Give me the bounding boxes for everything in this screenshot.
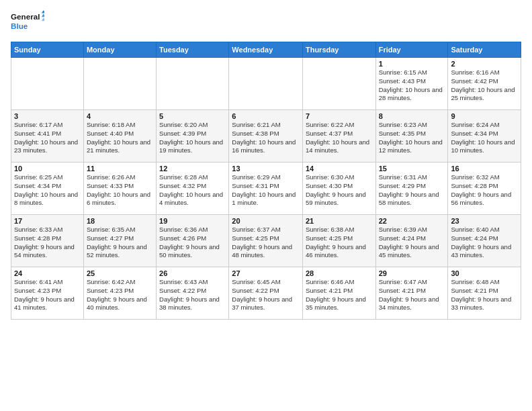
day-number: 20 <box>232 217 300 225</box>
day-number: 22 <box>379 217 445 225</box>
day-cell: 1Sunrise: 6:15 AMSunset: 4:43 PMDaylight… <box>375 58 448 110</box>
day-number: 3 <box>14 112 81 120</box>
day-number: 29 <box>379 269 445 277</box>
day-header-thursday: Thursday <box>302 42 375 58</box>
day-number: 2 <box>451 60 518 68</box>
svg-marker-2 <box>42 10 44 13</box>
day-cell: 26Sunrise: 6:43 AMSunset: 4:22 PMDayligh… <box>157 267 229 320</box>
day-cell <box>229 58 303 110</box>
day-number: 17 <box>14 217 81 225</box>
day-info: Sunrise: 6:39 AMSunset: 4:24 PMDaylight:… <box>379 226 445 260</box>
day-info: Sunrise: 6:46 AMSunset: 4:21 PMDaylight:… <box>306 278 373 312</box>
day-cell: 27Sunrise: 6:45 AMSunset: 4:22 PMDayligh… <box>229 267 303 320</box>
day-info: Sunrise: 6:36 AMSunset: 4:26 PMDaylight:… <box>159 226 226 260</box>
calendar-header-row: SundayMondayTuesdayWednesdayThursdayFrid… <box>11 42 521 58</box>
svg-marker-4 <box>42 17 44 21</box>
day-number: 26 <box>159 269 226 277</box>
day-cell: 6Sunrise: 6:21 AMSunset: 4:38 PMDaylight… <box>229 110 303 163</box>
day-cell: 13Sunrise: 6:29 AMSunset: 4:31 PMDayligh… <box>229 163 303 215</box>
day-header-wednesday: Wednesday <box>229 42 303 58</box>
page: General Blue SundayMondayTuesdayWednesda… <box>0 0 532 411</box>
day-cell: 28Sunrise: 6:46 AMSunset: 4:21 PMDayligh… <box>302 267 375 320</box>
day-info: Sunrise: 6:29 AMSunset: 4:31 PMDaylight:… <box>232 173 300 208</box>
day-info: Sunrise: 6:16 AMSunset: 4:42 PMDaylight:… <box>451 68 518 103</box>
day-cell: 21Sunrise: 6:38 AMSunset: 4:25 PMDayligh… <box>302 215 375 267</box>
day-number: 10 <box>14 165 81 173</box>
week-row-4: 17Sunrise: 6:33 AMSunset: 4:28 PMDayligh… <box>11 215 521 267</box>
day-number: 21 <box>306 217 373 225</box>
svg-text:Blue: Blue <box>11 21 28 30</box>
day-number: 6 <box>232 112 300 120</box>
day-number: 11 <box>87 165 153 173</box>
day-cell: 5Sunrise: 6:20 AMSunset: 4:39 PMDaylight… <box>157 110 229 163</box>
day-number: 4 <box>87 112 153 120</box>
day-info: Sunrise: 6:48 AMSunset: 4:21 PMDaylight:… <box>451 278 518 312</box>
week-row-1: 1Sunrise: 6:15 AMSunset: 4:43 PMDaylight… <box>11 58 521 110</box>
day-number: 24 <box>14 269 81 277</box>
day-info: Sunrise: 6:17 AMSunset: 4:41 PMDaylight:… <box>14 121 81 155</box>
day-number: 27 <box>232 269 300 277</box>
day-cell: 10Sunrise: 6:25 AMSunset: 4:34 PMDayligh… <box>11 163 84 215</box>
week-row-3: 10Sunrise: 6:25 AMSunset: 4:34 PMDayligh… <box>11 163 521 215</box>
day-cell: 7Sunrise: 6:22 AMSunset: 4:37 PMDaylight… <box>302 110 375 163</box>
day-cell: 25Sunrise: 6:42 AMSunset: 4:23 PMDayligh… <box>83 267 156 320</box>
header: General Blue <box>11 8 521 35</box>
day-info: Sunrise: 6:38 AMSunset: 4:25 PMDaylight:… <box>306 226 373 260</box>
week-row-2: 3Sunrise: 6:17 AMSunset: 4:41 PMDaylight… <box>11 110 521 163</box>
day-cell <box>83 58 156 110</box>
day-header-tuesday: Tuesday <box>157 42 229 58</box>
day-info: Sunrise: 6:18 AMSunset: 4:40 PMDaylight:… <box>87 121 153 155</box>
day-cell: 12Sunrise: 6:28 AMSunset: 4:32 PMDayligh… <box>157 163 229 215</box>
day-info: Sunrise: 6:20 AMSunset: 4:39 PMDaylight:… <box>159 121 226 155</box>
day-cell: 3Sunrise: 6:17 AMSunset: 4:41 PMDaylight… <box>11 110 84 163</box>
day-cell <box>11 58 84 110</box>
day-info: Sunrise: 6:41 AMSunset: 4:23 PMDaylight:… <box>14 278 81 312</box>
day-cell: 19Sunrise: 6:36 AMSunset: 4:26 PMDayligh… <box>157 215 229 267</box>
day-cell: 30Sunrise: 6:48 AMSunset: 4:21 PMDayligh… <box>448 267 521 320</box>
day-info: Sunrise: 6:23 AMSunset: 4:35 PMDaylight:… <box>379 121 445 155</box>
day-number: 16 <box>451 165 518 173</box>
day-number: 28 <box>306 269 373 277</box>
day-number: 8 <box>379 112 445 120</box>
day-info: Sunrise: 6:24 AMSunset: 4:34 PMDaylight:… <box>451 121 518 155</box>
day-number: 15 <box>379 165 445 173</box>
day-info: Sunrise: 6:28 AMSunset: 4:32 PMDaylight:… <box>159 173 226 208</box>
day-cell: 16Sunrise: 6:32 AMSunset: 4:28 PMDayligh… <box>448 163 521 215</box>
day-info: Sunrise: 6:31 AMSunset: 4:29 PMDaylight:… <box>379 173 445 208</box>
day-cell: 14Sunrise: 6:30 AMSunset: 4:30 PMDayligh… <box>302 163 375 215</box>
day-number: 13 <box>232 165 300 173</box>
svg-marker-3 <box>42 13 44 17</box>
logo-svg: General Blue <box>11 8 44 35</box>
day-cell: 17Sunrise: 6:33 AMSunset: 4:28 PMDayligh… <box>11 215 84 267</box>
day-info: Sunrise: 6:43 AMSunset: 4:22 PMDaylight:… <box>159 278 226 312</box>
day-number: 12 <box>159 165 226 173</box>
day-info: Sunrise: 6:35 AMSunset: 4:27 PMDaylight:… <box>87 226 153 260</box>
day-info: Sunrise: 6:42 AMSunset: 4:23 PMDaylight:… <box>87 278 153 312</box>
calendar-table: SundayMondayTuesdayWednesdayThursdayFrid… <box>11 42 521 320</box>
day-info: Sunrise: 6:45 AMSunset: 4:22 PMDaylight:… <box>232 278 300 312</box>
day-cell <box>302 58 375 110</box>
day-info: Sunrise: 6:15 AMSunset: 4:43 PMDaylight:… <box>379 68 445 103</box>
day-number: 14 <box>306 165 373 173</box>
day-number: 5 <box>159 112 226 120</box>
day-info: Sunrise: 6:26 AMSunset: 4:33 PMDaylight:… <box>87 173 153 208</box>
day-cell: 29Sunrise: 6:47 AMSunset: 4:21 PMDayligh… <box>375 267 448 320</box>
day-cell: 8Sunrise: 6:23 AMSunset: 4:35 PMDaylight… <box>375 110 448 163</box>
day-cell: 2Sunrise: 6:16 AMSunset: 4:42 PMDaylight… <box>448 58 521 110</box>
day-cell: 9Sunrise: 6:24 AMSunset: 4:34 PMDaylight… <box>448 110 521 163</box>
day-cell: 22Sunrise: 6:39 AMSunset: 4:24 PMDayligh… <box>375 215 448 267</box>
day-info: Sunrise: 6:32 AMSunset: 4:28 PMDaylight:… <box>451 173 518 208</box>
day-number: 19 <box>159 217 226 225</box>
day-header-monday: Monday <box>83 42 156 58</box>
day-info: Sunrise: 6:47 AMSunset: 4:21 PMDaylight:… <box>379 278 445 312</box>
week-row-5: 24Sunrise: 6:41 AMSunset: 4:23 PMDayligh… <box>11 267 521 320</box>
day-number: 25 <box>87 269 153 277</box>
day-header-saturday: Saturday <box>448 42 521 58</box>
day-info: Sunrise: 6:22 AMSunset: 4:37 PMDaylight:… <box>306 121 373 155</box>
day-info: Sunrise: 6:25 AMSunset: 4:34 PMDaylight:… <box>14 173 81 208</box>
day-header-sunday: Sunday <box>11 42 84 58</box>
day-cell: 4Sunrise: 6:18 AMSunset: 4:40 PMDaylight… <box>83 110 156 163</box>
svg-text:General: General <box>11 13 40 21</box>
day-cell: 15Sunrise: 6:31 AMSunset: 4:29 PMDayligh… <box>375 163 448 215</box>
day-cell: 18Sunrise: 6:35 AMSunset: 4:27 PMDayligh… <box>83 215 156 267</box>
